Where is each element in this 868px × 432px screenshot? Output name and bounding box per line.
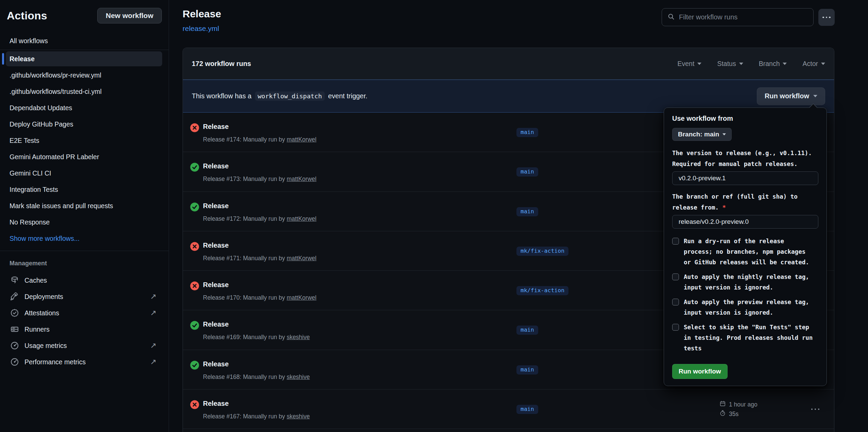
sidebar-item-gemini-pr-labeler[interactable]: Gemini Automated PR Labeler [0,149,169,165]
dry-run-checkbox[interactable]: Run a dry-run of the release process; no… [672,236,818,268]
run-title-link[interactable]: Release [203,242,229,249]
filter-event-dropdown[interactable]: Event [678,60,702,68]
run-title-link[interactable]: Release [203,360,229,368]
actor-link[interactable]: mattKorwel [287,294,317,301]
sidebar-item-release[interactable]: Release [6,51,162,66]
chevron-down-icon [697,63,701,65]
run-workflow-submit-button[interactable]: Run workflow [672,364,728,379]
chevron-down-icon [821,63,825,65]
branch-badge[interactable]: main [516,405,538,414]
run-title-link[interactable]: Release [203,202,229,210]
checkbox-icon [672,238,679,245]
sidebar-item-dependabot-updates[interactable]: Dependabot Updates [0,100,169,116]
actor-link[interactable]: skeshive [287,413,310,420]
verified-icon [10,308,20,318]
branch-badge[interactable]: mk/fix-action [516,286,568,295]
filter-branch-dropdown[interactable]: Branch [759,60,787,68]
actor-link[interactable]: skeshive [287,373,310,380]
external-link-icon: ↗ [150,309,156,317]
meter-icon [10,340,20,351]
sidebar-item-e2e-tests[interactable]: E2E Tests [0,132,169,149]
run-title-link[interactable]: Release [203,320,229,328]
sidebar-item-pr-review[interactable]: .github/workflows/pr-review.yml [0,67,169,83]
version-input[interactable] [672,171,818,185]
runs-list-header: 172 workflow runs Event Status Branch Ac… [183,48,834,80]
external-link-icon: ↗ [150,358,156,366]
show-more-workflows-link[interactable]: Show more workflows... [0,230,169,247]
new-workflow-button[interactable]: New workflow [97,8,162,23]
branch-badge[interactable]: main [516,365,538,375]
workflow-options-kebab-button[interactable] [818,9,835,26]
success-icon [190,321,199,330]
sidebar-item-integration-tests[interactable]: Integration Tests [0,181,169,198]
checkbox-icon [672,324,679,331]
sidebar-item-mark-stale[interactable]: Mark stale issues and pull requests [0,198,169,214]
sidebar-item-caches[interactable]: Caches [0,272,169,288]
chevron-down-icon [739,63,743,65]
actor-link[interactable]: skeshive [287,334,310,340]
sidebar-item-no-response[interactable]: No Response [0,214,169,230]
ref-input[interactable] [672,215,818,229]
branch-badge[interactable]: main [516,207,538,216]
sidebar-item-deploy-github-pages[interactable]: Deploy GitHub Pages [0,116,169,132]
actions-sidebar: Actions New workflow All workflows Relea… [0,0,169,432]
ref-input-label: The branch or ref (full git sha) to rele… [672,191,818,213]
sidebar-item-gemini-cli-ci[interactable]: Gemini CLI CI [0,165,169,181]
actor-link[interactable]: mattKorwel [287,176,317,182]
external-link-icon: ↗ [150,292,156,301]
external-link-icon: ↗ [150,341,156,350]
filter-workflow-runs-search[interactable] [662,8,814,26]
success-icon [190,202,199,212]
sidebar-item-runners[interactable]: Runners [0,321,169,337]
popup-title: Use workflow from [672,115,818,122]
actor-link[interactable]: mattKorwel [287,215,317,222]
sidebar-item-deployments[interactable]: Deployments ↗ [0,288,169,305]
run-title-link[interactable]: Release [203,162,229,170]
branch-selector-button[interactable]: Branch: main [672,128,732,141]
rocket-icon [10,292,20,302]
sidebar-item-performance-metrics[interactable]: Performance metrics ↗ [0,354,169,370]
sidebar-item-usage-metrics[interactable]: Usage metrics ↗ [0,337,169,354]
branch-badge[interactable]: mk/fix-action [516,247,568,256]
skip-tests-checkbox[interactable]: Select to skip the "Run Tests" step in t… [672,322,818,354]
run-workflow-dropdown-button[interactable]: Run workflow [757,87,825,105]
search-input[interactable] [679,13,808,21]
chevron-down-icon [722,133,726,135]
stopwatch-icon [719,410,726,418]
filter-status-dropdown[interactable]: Status [717,60,743,68]
workflow-run-row: Release Release #167: Manually run by sk… [183,389,834,429]
meter-icon [10,357,20,367]
run-time: 1 hour ago [729,401,758,408]
run-title-link[interactable]: Release [203,281,229,289]
run-title-link[interactable]: Release [203,400,229,408]
chevron-down-icon [813,95,817,97]
workflow-dispatch-code: workflow_dispatch [255,92,325,101]
sidebar-divider [0,50,169,50]
sidebar-item-trusted-ci[interactable]: .github/workflows/trusted-ci.yml [0,83,169,100]
calendar-icon [719,400,726,409]
workflow-file-link[interactable]: release.yml [183,24,219,33]
checkbox-icon [672,299,679,305]
actor-link[interactable]: mattKorwel [287,255,317,262]
preview-tag-checkbox[interactable]: Auto apply the preview release tag, inpu… [672,297,818,318]
filter-actor-dropdown[interactable]: Actor [802,60,825,68]
success-icon [190,361,199,370]
branch-badge[interactable]: main [516,167,538,177]
run-kebab-button[interactable] [811,404,825,414]
page-title: Release [183,8,221,20]
run-workflow-popup: Use workflow from Branch: main The versi… [664,107,827,386]
nightly-tag-checkbox[interactable]: Auto apply the nightly release tag, inpu… [672,272,818,293]
actor-link[interactable]: mattKorwel [287,136,317,143]
run-title-link[interactable]: Release [203,123,229,131]
success-icon [190,163,199,172]
branch-badge[interactable]: main [516,128,538,137]
sidebar-item-all-workflows[interactable]: All workflows [0,33,169,49]
version-input-label: The version to release (e.g., v0.1.11). … [672,148,818,169]
failure-icon [190,123,199,132]
sidebar-item-attestations[interactable]: Attestations ↗ [0,305,169,321]
required-asterisk: * [722,204,726,211]
branch-badge[interactable]: main [516,326,538,335]
cache-icon [10,275,20,285]
server-icon [10,324,20,334]
management-section-label: Management [0,257,169,269]
